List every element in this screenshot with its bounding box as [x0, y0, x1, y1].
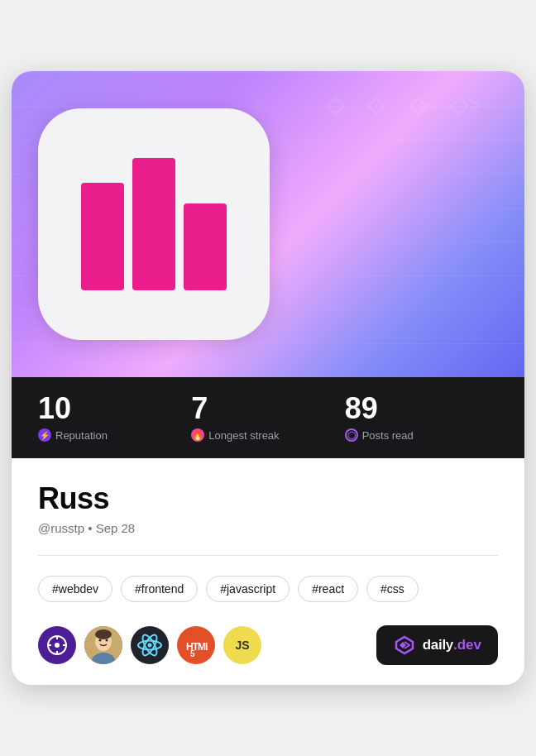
profile-card: ◇ ◇ ◇ ◇> ◇ ◇ ◇ ◇ ◇ ◇ ◇ ◇ ◇ ◇ ◇: [12, 71, 524, 685]
reputation-icon: ⚡: [38, 428, 51, 442]
svg-point-43: [55, 643, 60, 648]
tag-css[interactable]: #css: [366, 576, 419, 602]
svg-point-48: [95, 629, 112, 639]
daily-dev-logo-icon: [393, 634, 416, 657]
hero-banner: ◇ ◇ ◇ ◇> ◇ ◇ ◇ ◇ ◇ ◇ ◇ ◇ ◇ ◇ ◇: [12, 71, 524, 377]
stat-streak: 7 🔥 Longest streak: [191, 394, 344, 442]
stat-reputation: 10 ⚡ Reputation: [38, 394, 191, 442]
dev-text: .dev: [453, 637, 481, 653]
daily-text: daily: [423, 637, 453, 653]
svg-text:◇: ◇: [325, 92, 345, 117]
daily-dev-badge: daily.dev: [376, 625, 498, 665]
username: Russ: [38, 481, 498, 516]
handle-date: @russtp • Sep 28: [38, 521, 498, 535]
tag-frontend[interactable]: #frontend: [121, 576, 198, 602]
svg-text:HTML: HTML: [186, 641, 208, 653]
svg-point-47: [106, 639, 108, 642]
user-avatar-icon: [84, 626, 122, 664]
posts-value: 89: [345, 394, 498, 423]
separator: •: [88, 521, 95, 535]
bar-left: [81, 183, 124, 290]
profile-section: Russ @russtp • Sep 28 #webdev #frontend …: [12, 458, 524, 685]
tag-webdev[interactable]: #webdev: [38, 576, 112, 602]
html5-icon: HTML 5: [177, 626, 215, 664]
posts-label-row: ◯ Posts read: [345, 428, 498, 442]
js-icon: JS: [223, 626, 261, 664]
tag-react[interactable]: #react: [298, 576, 358, 602]
svg-point-53: [148, 644, 152, 648]
bar-right: [184, 203, 227, 290]
posts-label: Posts read: [362, 429, 414, 442]
svg-point-46: [99, 639, 102, 642]
js-label: JS: [235, 639, 249, 652]
stats-bar: 10 ⚡ Reputation 7 🔥 Longest streak 89 ◯ …: [12, 377, 524, 458]
join-date: Sep 28: [96, 521, 136, 535]
app-icon: [38, 108, 270, 340]
svg-text:◇: ◇: [408, 92, 428, 117]
posts-icon: ◯: [345, 428, 358, 442]
streak-label-row: 🔥 Longest streak: [191, 428, 344, 442]
stat-posts: 89 ◯ Posts read: [345, 394, 498, 442]
svg-text:◇>
          ◇
          
    : ◇> ◇ ◇ ◇ ◇ ◇ ◇ ◇ ◇ ◇ ◇ ◇ ◇ ◇: [449, 92, 481, 117]
reputation-label: Reputation: [55, 429, 108, 442]
reputation-label-row: ⚡ Reputation: [38, 428, 191, 442]
crosshair-icon: [38, 626, 76, 664]
tag-javascript[interactable]: #javascript: [206, 576, 290, 602]
react-icon: [131, 626, 169, 664]
bar-middle: [132, 158, 175, 290]
svg-text:◇: ◇: [366, 92, 386, 117]
tags-container: #webdev #frontend #javascript #react #cs…: [38, 576, 498, 602]
handle: @russtp: [38, 521, 84, 535]
streak-icon: 🔥: [191, 428, 204, 442]
bottom-row: HTML 5 JS daily.dev: [38, 625, 498, 665]
daily-dev-text: daily.dev: [423, 637, 481, 653]
streak-label: Longest streak: [208, 429, 279, 442]
chart-icon: [81, 158, 227, 290]
divider: [38, 555, 498, 556]
streak-value: 7: [191, 394, 344, 423]
reputation-value: 10: [38, 394, 191, 423]
tech-icons: HTML 5 JS: [38, 626, 261, 664]
